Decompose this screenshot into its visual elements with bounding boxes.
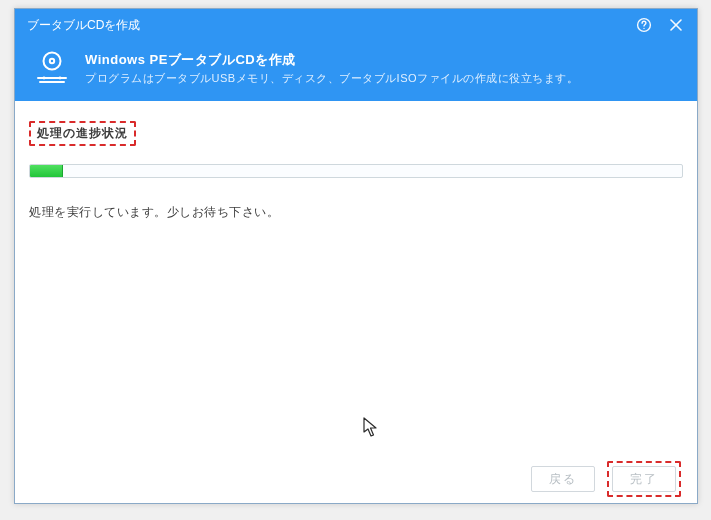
header-banner: Windows PEブータブルCDを作成 プログラムはブータブルUSBメモリ、デ… [15,41,697,101]
back-button-label: 戻る [549,471,577,488]
titlebar-controls [635,16,685,34]
finish-button-label: 完了 [630,471,658,488]
window-title: ブータブルCDを作成 [27,17,140,34]
help-icon[interactable] [635,16,653,34]
svg-point-7 [59,77,62,80]
dialog-window: ブータブルCDを作成 [14,8,698,504]
close-icon[interactable] [667,16,685,34]
highlight-finish-button: 完了 [607,461,681,497]
disc-icon [33,49,71,87]
highlight-section-title: 処理の進捗状況 [29,121,136,146]
progress-bar [29,164,683,178]
header-subtitle: プログラムはブータブルUSBメモリ、ディスク、ブータブルISOファイルの作成に役… [85,71,578,86]
progress-section-title: 処理の進捗状況 [31,123,134,144]
svg-point-4 [44,53,61,70]
status-text: 処理を実行しています。少しお待ち下さい。 [29,204,683,221]
finish-button[interactable]: 完了 [612,466,676,492]
mouse-cursor-icon [363,417,379,439]
progress-bar-fill [30,165,63,177]
svg-point-1 [643,28,644,29]
dialog-body: 処理の進捗状況 処理を実行しています。少しお待ち下さい。 戻る 完了 [15,101,697,503]
svg-point-6 [43,77,46,80]
dialog-footer: 戻る 完了 [15,455,697,503]
header-title: Windows PEブータブルCDを作成 [85,51,578,69]
title-left: ブータブルCDを作成 [27,17,140,34]
svg-point-5 [50,59,54,63]
header-text: Windows PEブータブルCDを作成 プログラムはブータブルUSBメモリ、デ… [85,51,578,86]
titlebar: ブータブルCDを作成 [15,9,697,41]
back-button[interactable]: 戻る [531,466,595,492]
